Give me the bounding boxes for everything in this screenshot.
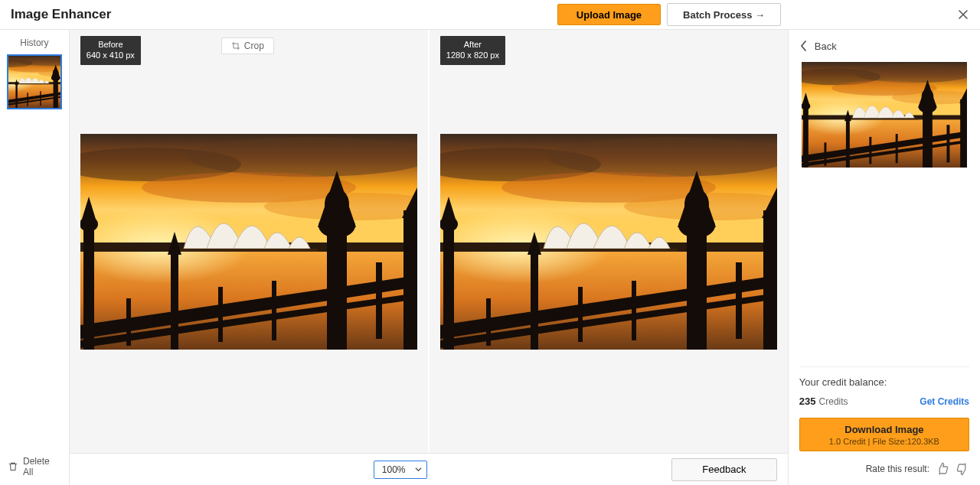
delete-all-button[interactable]: Delete All xyxy=(0,450,69,485)
before-panel: Before 640 x 410 px Crop xyxy=(70,30,428,453)
before-badge: Before 640 x 410 px xyxy=(80,36,141,65)
after-panel: After 1280 x 820 px xyxy=(428,30,788,453)
rail-preview-image[interactable] xyxy=(802,62,967,168)
get-credits-link[interactable]: Get Credits xyxy=(920,396,969,407)
crop-icon xyxy=(231,41,240,50)
delete-all-label: Delete All xyxy=(23,456,61,477)
feedback-button[interactable]: Feedback xyxy=(671,458,777,481)
after-image[interactable] xyxy=(440,134,777,350)
zoom-select[interactable]: 100% xyxy=(374,461,427,479)
bottom-bar: 100% Feedback xyxy=(70,453,788,485)
download-image-button[interactable]: Download Image 1.0 Credit | File Size:12… xyxy=(799,418,969,451)
trash-icon xyxy=(8,461,18,472)
chevron-left-icon xyxy=(799,41,808,51)
thumbs-down-icon[interactable] xyxy=(956,462,969,476)
app-title: Image Enhancer xyxy=(11,7,111,22)
right-rail: Back Your credit balance: 235Credits Get… xyxy=(788,30,980,485)
chevron-down-icon xyxy=(415,466,422,473)
header: Image Enhancer Upload Image Batch Proces… xyxy=(0,0,980,30)
history-label: History xyxy=(0,30,69,54)
before-image[interactable] xyxy=(80,134,417,350)
crop-button[interactable]: Crop xyxy=(221,37,274,54)
credit-balance-label: Your credit balance: xyxy=(799,376,969,388)
batch-process-button[interactable]: Batch Process → xyxy=(667,3,781,26)
close-icon[interactable] xyxy=(957,8,969,21)
credits-value: 235Credits xyxy=(799,395,848,407)
history-thumbnail[interactable] xyxy=(7,54,62,109)
upload-image-button[interactable]: Upload Image xyxy=(557,4,661,25)
back-label: Back xyxy=(815,41,837,52)
thumbs-up-icon[interactable] xyxy=(936,462,949,476)
back-button[interactable]: Back xyxy=(799,30,969,62)
sidebar: History Delete All xyxy=(0,30,70,485)
rate-label: Rate this result: xyxy=(866,464,929,474)
main-compare-area: Before 640 x 410 px Crop xyxy=(70,30,788,485)
after-badge: After 1280 x 820 px xyxy=(440,36,505,65)
